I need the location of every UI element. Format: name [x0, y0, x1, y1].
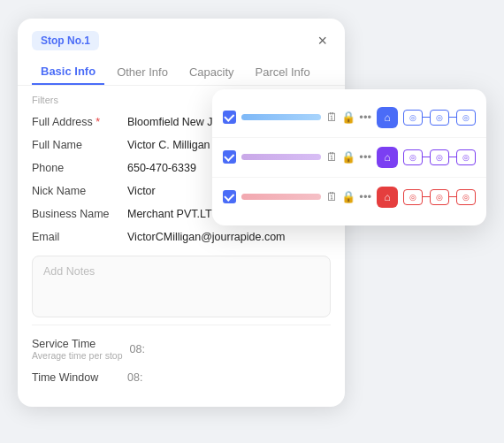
more-icon-1[interactable]: ••• [359, 111, 371, 124]
calendar-icon-2[interactable]: 🗓 [326, 150, 338, 164]
tab-capacity[interactable]: Capacity [180, 60, 243, 84]
label-email: Email [32, 231, 120, 243]
label-full-name: Full Name [32, 139, 120, 151]
tabs-row: Basic Info Other Info Capacity Parcel In… [18, 50, 345, 86]
service-time-sub: Average time per stop [32, 350, 123, 361]
checkbox-2[interactable] [223, 150, 236, 164]
field-email: Email VictorCMilligan@jourrapide.com [18, 225, 345, 248]
route-chain-2: ◎ ◎ ◎ [403, 149, 476, 165]
route-row-1: 🗓 🔒 ••• ⌂ ◎ ◎ ◎ [212, 98, 486, 138]
label-nick-name: Nick Name [32, 185, 120, 197]
checkbox-3[interactable] [223, 190, 236, 203]
chain-pin-end-1: ◎ [456, 110, 476, 126]
lock-icon-1[interactable]: 🔒 [341, 111, 355, 124]
value-phone: 650-470-6339 [127, 162, 196, 174]
tab-other-info[interactable]: Other Info [108, 60, 177, 84]
chain-pin-end-2: ◎ [456, 149, 476, 165]
value-business-name: Merchant PVT.LT [127, 208, 212, 220]
route-icons-3: 🗓 🔒 ••• [326, 190, 371, 203]
divider [32, 325, 331, 325]
route-chain-3: ◎ ◎ ◎ [403, 189, 476, 205]
chain-line-2a [423, 157, 430, 158]
home-badge-1[interactable]: ⌂ [377, 107, 398, 128]
checkbox-1[interactable] [223, 111, 236, 124]
overlay-card: 🗓 🔒 ••• ⌂ ◎ ◎ ◎ 🗓 🔒 ••• ⌂ [212, 89, 486, 225]
route-row-3: 🗓 🔒 ••• ⌂ ◎ ◎ ◎ [212, 178, 486, 217]
route-row-2: 🗓 🔒 ••• ⌂ ◎ ◎ ◎ [212, 138, 486, 178]
label-business-name: Business Name [32, 208, 120, 220]
calendar-icon-1[interactable]: 🗓 [326, 111, 338, 124]
add-notes-textarea[interactable]: Add Notes [32, 256, 331, 317]
time-window-row: Time Window 08: [18, 366, 345, 389]
service-time-value: 08: [130, 343, 145, 355]
required-star: * [95, 116, 100, 128]
home-badge-3[interactable]: ⌂ [377, 187, 398, 208]
chain-line-1b [449, 117, 456, 118]
chain-line-1a [423, 117, 430, 118]
chain-pin-mid-3: ◎ [430, 189, 449, 205]
more-icon-2[interactable]: ••• [359, 150, 371, 164]
stop-badge: Stop No.1 [32, 31, 99, 50]
lock-icon-2[interactable]: 🔒 [341, 150, 355, 164]
label-phone: Phone [32, 162, 120, 174]
chain-pin-start-2: ◎ [403, 149, 423, 165]
chain-pin-mid-2: ◎ [430, 149, 449, 165]
service-time-label: Service Time [32, 338, 123, 350]
value-full-name: Victor C. Milligan [127, 139, 210, 151]
chain-line-3a [423, 196, 430, 198]
chain-pin-mid-1: ◎ [430, 110, 449, 126]
tab-basic-info[interactable]: Basic Info [32, 59, 104, 85]
route-bar-3 [241, 194, 321, 200]
chain-line-2b [449, 157, 456, 158]
route-bar-2 [241, 154, 321, 160]
more-icon-3[interactable]: ••• [359, 190, 371, 203]
chain-line-3b [449, 196, 456, 198]
time-window-label-block: Time Window [32, 371, 120, 384]
chain-pin-end-3: ◎ [456, 189, 476, 205]
lock-icon-3[interactable]: 🔒 [341, 190, 355, 203]
label-full-address: Full Address * [32, 116, 120, 128]
chain-pin-start-1: ◎ [403, 110, 423, 126]
home-badge-2[interactable]: ⌂ [377, 147, 398, 168]
route-icons-1: 🗓 🔒 ••• [326, 111, 371, 124]
value-nick-name: Victor [127, 185, 156, 197]
calendar-icon-3[interactable]: 🗓 [326, 190, 338, 203]
value-email: VictorCMilligan@jourrapide.com [127, 231, 286, 243]
route-icons-2: 🗓 🔒 ••• [326, 150, 371, 164]
tab-parcel-info[interactable]: Parcel Info [247, 60, 319, 84]
close-button[interactable]: × [314, 31, 331, 50]
time-window-label: Time Window [32, 371, 120, 384]
time-window-value: 08: [127, 371, 142, 384]
card-header: Stop No.1 × [18, 19, 345, 50]
service-time-label-block: Service Time Average time per stop [32, 338, 123, 361]
route-chain-1: ◎ ◎ ◎ [403, 110, 476, 126]
modal-container: Stop No.1 × Basic Info Other Info Capaci… [18, 19, 486, 425]
route-bar-1 [241, 114, 321, 120]
service-time-row: Service Time Average time per stop 08: [18, 332, 345, 366]
chain-pin-start-3: ◎ [403, 189, 423, 205]
